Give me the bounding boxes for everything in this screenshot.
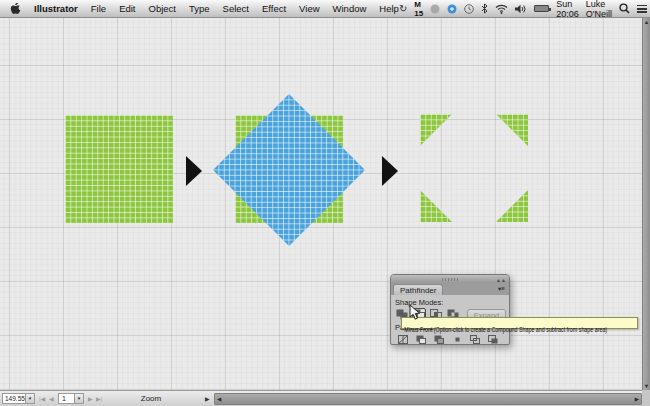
prev-artboard-button[interactable]: ◀ [49,395,54,402]
last-artboard-button[interactable]: ▶| [96,395,102,402]
menu-bar: Illustrator File Edit Object Type Select… [0,0,650,18]
horizontal-scrollbar[interactable]: ◀ ▶ [214,393,642,405]
menu-illustrator[interactable]: Illustrator [34,3,78,14]
scroll-up-icon[interactable]: ▲ [644,18,649,26]
bluetooth-icon[interactable] [481,3,488,15]
panel-tab-row: Pathfinder ▾≡ [391,283,509,295]
panel-menu-icon[interactable]: ▾≡ [498,285,505,293]
menu-effect[interactable]: Effect [262,3,286,14]
vertical-scrollbar[interactable]: ▲ ▼ [642,18,650,390]
step-arrow-1 [186,156,202,186]
panel-drag-dots-icon [442,278,458,281]
menu-view[interactable]: View [299,3,319,14]
battery-icon[interactable] [534,3,549,15]
result-corner-bottom-left [420,190,452,222]
zoom-dropdown-button[interactable]: ▼ [26,393,35,404]
app-menus: Illustrator File Edit Object Type Select… [0,3,399,15]
sync-icon[interactable]: ↻ [399,3,407,15]
clock-label[interactable]: Sun 20:06 [556,0,579,19]
status-expand-icon[interactable]: ▶ [205,395,210,402]
notification-list-icon[interactable] [637,3,647,15]
panel-drag-bar[interactable]: ▲▲ [391,275,509,283]
menu-status-area: ↻ M 15 Sun 20:06 Luke O'Neill [399,0,650,19]
scroll-down-icon[interactable]: ▼ [644,382,649,390]
scroll-right-icon[interactable]: ▶ [633,396,641,402]
scroll-left-icon[interactable]: ◀ [215,396,223,402]
result-corner-top-right [496,114,528,146]
zoom-level-field[interactable]: 149.55 [2,393,26,404]
mouse-cursor-icon [409,304,421,325]
next-artboard-button[interactable]: ▶ [88,395,93,402]
menu-type[interactable]: Type [189,3,210,14]
menu-object[interactable]: Object [149,3,176,14]
user-menu-label[interactable]: Luke O'Neill [586,0,612,19]
menu-file[interactable]: File [91,3,106,14]
menu-extra-label[interactable]: M 15 [414,0,423,18]
menu-edit[interactable]: Edit [119,3,135,14]
screen: Illustrator File Edit Object Type Select… [0,0,650,406]
spotlight-icon[interactable] [619,3,630,15]
gray-status-icon[interactable] [430,3,440,15]
result-corner-top-left [420,114,452,146]
artboard-number-field[interactable]: 1 [58,393,75,404]
minus-front-tooltip: Minus Front (Option-click to create a Co… [401,317,638,329]
step-arrow-2 [382,156,398,186]
document-status-bar: 149.55 ▼ |◀ ◀ 1 ▼ ▶ ▶| Zoom ▶ ◀ ▶ [0,390,650,406]
green-square-original[interactable] [65,115,173,223]
pathfinder-tab[interactable]: Pathfinder [393,284,443,295]
artboard-dropdown-button[interactable]: ▼ [75,393,84,404]
dropbox-sync-icon[interactable] [447,3,457,15]
apple-menu-icon[interactable] [10,3,21,15]
wifi-icon[interactable] [495,3,508,15]
menu-select[interactable]: Select [223,3,249,14]
menu-window[interactable]: Window [333,3,367,14]
menu-help[interactable]: Help [379,3,399,14]
result-corner-bottom-right [496,190,528,222]
tooltip-text: Minus Front (Option-click to create a Co… [402,325,607,335]
scrollbar-corner [642,390,650,406]
panel-collapse-icon[interactable]: ▲▲ [496,277,506,283]
volume-icon[interactable] [515,3,527,15]
first-artboard-button[interactable]: |◀ [39,395,45,402]
minus-front-result-shape[interactable] [420,114,528,222]
clock-status-icon[interactable] [464,3,474,15]
status-display-label[interactable]: Zoom [111,394,191,403]
